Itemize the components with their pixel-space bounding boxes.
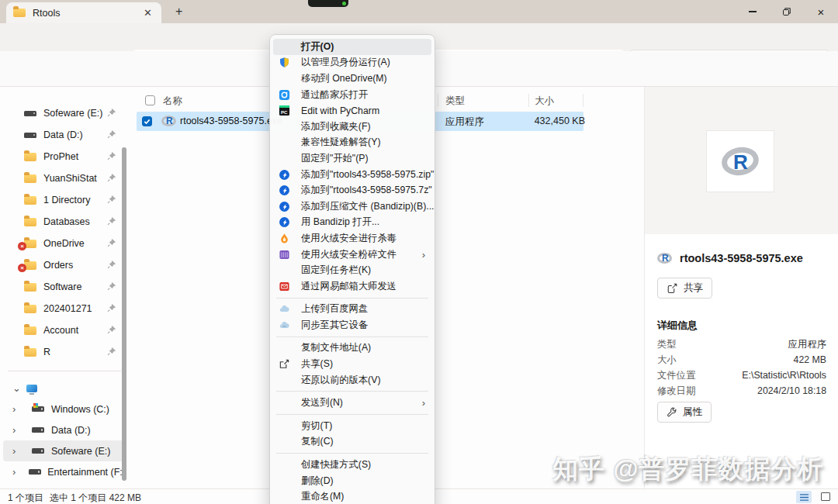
tree-item[interactable]: ›Entertainment (F:) (3, 461, 126, 482)
menu-item-label: Edit with PyCharm (301, 105, 427, 116)
kujiale-icon (278, 88, 291, 102)
monitor-icon (25, 385, 39, 392)
column-header-type[interactable]: 类型 (445, 95, 465, 108)
wrench-icon (667, 407, 677, 418)
sidebar-item[interactable]: ×Orders (0, 254, 129, 276)
sidebar-item[interactable]: 202401271 (0, 298, 129, 319)
tree-item[interactable]: ›Sofeware (E:) (3, 440, 126, 461)
menu-item[interactable]: 复制(C) (273, 434, 431, 450)
maximize-button[interactable] (770, 0, 804, 23)
menu-item[interactable]: 通过酷家乐打开 (273, 87, 431, 103)
menu-item[interactable]: 添加到"rtools43-5958-5975.zip" (273, 167, 431, 183)
column-header-name[interactable]: 名称 (163, 95, 182, 108)
selected-file-name: rtools43-5958-5975.exe (680, 252, 803, 264)
menu-item[interactable]: 移动到 OneDrive(M) (273, 71, 431, 87)
menu-item[interactable]: 同步至其它设备 (273, 317, 431, 333)
select-all-checkbox[interactable] (145, 95, 155, 105)
menu-item[interactable]: 重命名(M) (273, 488, 431, 504)
pin-icon (106, 195, 116, 205)
explorer-tab[interactable]: Rtools ✕ (6, 2, 161, 23)
menu-item[interactable]: PCEdit with PyCharm (273, 102, 431, 119)
tree-root-this-pc[interactable]: ⌄ (3, 378, 126, 399)
thumbnail-view-toggle[interactable] (821, 492, 830, 501)
details-label: 修改日期 (657, 385, 695, 398)
blank-icon (278, 490, 291, 503)
tree-item[interactable]: ›Data (D:) (3, 419, 126, 440)
sidebar-item[interactable]: ProPhet (0, 146, 129, 167)
folder-icon (23, 174, 37, 183)
menu-item-label: 复制文件地址(A) (301, 341, 427, 354)
list-view-icon (799, 493, 809, 502)
close-button[interactable]: × (804, 0, 838, 23)
menu-item[interactable]: 共享(S) (273, 356, 431, 372)
folder-icon (23, 283, 37, 292)
sidebar-item[interactable]: Data (D:) (0, 124, 129, 146)
check-icon (143, 117, 151, 126)
sidebar-item[interactable]: Account (0, 319, 129, 341)
sidebar-item[interactable]: YuanShiStat (0, 167, 129, 189)
list-view-toggle[interactable] (796, 491, 812, 503)
sidebar-item[interactable]: Sofeware (E:) (0, 102, 129, 124)
baidu-cloud-icon (278, 302, 291, 316)
menu-item[interactable]: 固定到任务栏(K) (273, 262, 431, 278)
chevron-right-icon[interactable]: › (12, 445, 23, 457)
details-row: 文件位置E:\Statistic\R\Rtools (657, 368, 826, 383)
share-icon (667, 282, 678, 294)
menu-item[interactable]: 添加到收藏夹(F) (273, 119, 431, 135)
sidebar-item[interactable]: Software (0, 276, 129, 298)
tree-item-label: Entertainment (F:) (47, 467, 126, 478)
menu-item[interactable]: 用 Bandizip 打开... (273, 215, 431, 231)
sidebar-item[interactable]: 1 Directory (0, 189, 129, 211)
menu-item[interactable]: 复制文件地址(A) (273, 340, 431, 357)
folder-icon (23, 153, 37, 161)
submenu-arrow-icon: › (422, 397, 425, 409)
menu-item[interactable]: 以管理员身份运行(A) (273, 55, 431, 71)
menu-item[interactable]: 添加到压缩文件 (Bandizip)(B)... (273, 198, 431, 215)
menu-item[interactable]: 删除(D) (273, 473, 431, 489)
chevron-down-icon[interactable]: ⌄ (12, 382, 23, 394)
menu-item[interactable]: 添加到"rtools43-5958-5975.7z" (273, 182, 431, 198)
column-header-size[interactable]: 大小 (535, 95, 554, 108)
tab-close-icon[interactable]: ✕ (140, 7, 155, 19)
menu-item[interactable]: 创建快捷方式(S) (273, 457, 431, 473)
menu-item[interactable]: 发送到(N)› (273, 395, 431, 411)
chevron-right-icon[interactable]: › (12, 403, 23, 415)
drive-tree: ⌄›Windows (C:)›Data (D:)›Sofeware (E:)›E… (0, 378, 129, 482)
blank-icon (278, 374, 291, 387)
blank-icon (278, 72, 291, 85)
menu-item[interactable]: 固定到"开始"(P) (273, 150, 431, 167)
menu-separator (276, 414, 428, 415)
sidebar-scrollbar[interactable] (122, 147, 126, 481)
folder-icon (23, 326, 37, 335)
chevron-right-icon[interactable]: › (12, 424, 23, 436)
row-checkbox[interactable] (142, 116, 152, 126)
menu-item[interactable]: 使用火绒安全粉碎文件› (273, 247, 431, 263)
menu-item[interactable]: 打开(O) (273, 39, 431, 55)
properties-button[interactable]: 属性 (657, 402, 712, 423)
details-value: 应用程序 (677, 338, 826, 351)
new-tab-button[interactable]: + (171, 5, 187, 19)
minimize-button[interactable] (736, 0, 770, 23)
tree-item[interactable]: ›Windows (C:) (3, 399, 126, 419)
menu-item[interactable]: 兼容性疑难解答(Y) (273, 135, 431, 151)
folder-error-icon: × (23, 261, 37, 270)
menu-item-label: 添加到"rtools43-5958-5975.zip" (301, 168, 434, 181)
menu-item[interactable]: 上传到百度网盘 (273, 302, 431, 318)
selected-file-title: R rtools43-5958-5975.exe (657, 252, 803, 264)
baidu-sync-icon (278, 319, 291, 332)
r-file-icon: R (161, 116, 176, 129)
chevron-right-icon[interactable]: › (12, 466, 21, 478)
sidebar-item[interactable]: Databases (0, 211, 129, 233)
menu-item[interactable]: 剪切(T) (273, 418, 431, 434)
menu-item[interactable]: 通过网易邮箱大师发送 (273, 278, 431, 295)
watermark: 知乎 @普罗菲数据分析 (552, 452, 823, 487)
r-file-icon: R (657, 253, 672, 264)
blank-icon (278, 475, 291, 488)
sidebar-item[interactable]: R (0, 341, 129, 363)
menu-item[interactable]: 使用火绒安全进行杀毒 (273, 230, 431, 247)
share-button[interactable]: 共享 (657, 278, 712, 299)
selection-summary: 选中 1 个项目 422 MB (50, 492, 141, 504)
sidebar-item[interactable]: ×OneDrive (0, 233, 129, 254)
menu-item[interactable]: 还原以前的版本(V) (273, 372, 431, 388)
blank-icon (278, 264, 291, 277)
